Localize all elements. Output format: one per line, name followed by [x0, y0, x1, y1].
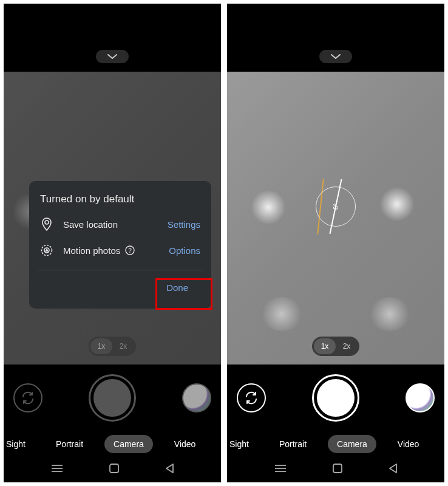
chevron-down-icon — [331, 53, 341, 60]
flip-camera-button[interactable] — [13, 383, 42, 412]
nav-home[interactable] — [109, 464, 119, 476]
zoom-1x[interactable]: 1x — [314, 338, 336, 354]
mode-portrait[interactable]: Portrait — [47, 435, 92, 453]
mode-camera[interactable]: Camera — [104, 435, 153, 453]
android-navbar — [4, 457, 221, 482]
dialog-title: Turned on by default — [40, 193, 200, 205]
dialog-row-location: Save location Settings — [40, 217, 200, 231]
zoom-2x[interactable]: 2x — [112, 338, 134, 354]
zoom-selector: 1x 2x — [312, 337, 359, 356]
shutter-inner — [93, 379, 131, 417]
zoom-selector: 1x 2x — [89, 337, 136, 356]
zoom-1x[interactable]: 1x — [90, 338, 112, 354]
dialog-row-label: Save location — [63, 219, 158, 230]
nav-back[interactable] — [389, 464, 397, 476]
light-glow — [251, 190, 285, 224]
nav-recents[interactable] — [274, 464, 287, 475]
nav-home[interactable] — [333, 464, 342, 476]
dialog-row-label: Motion photos ? — [63, 245, 159, 256]
camera-viewfinder[interactable]: 6° 1x 2x — [227, 72, 444, 364]
svg-rect-11 — [333, 464, 342, 473]
motion-photos-icon — [40, 244, 53, 256]
camera-level-indicator: 6° — [308, 179, 363, 234]
gallery-thumbnail[interactable] — [406, 383, 435, 412]
shutter-button[interactable] — [312, 374, 359, 422]
defaults-dialog: Turned on by default Save location Setti… — [29, 181, 211, 309]
pull-down-handle[interactable] — [96, 50, 129, 63]
mode-video[interactable]: Video — [389, 435, 429, 453]
android-navbar — [227, 457, 444, 482]
light-glow — [380, 187, 414, 221]
flip-camera-button[interactable] — [237, 383, 266, 412]
done-button[interactable]: Done — [154, 276, 200, 299]
pull-down-handle[interactable] — [319, 50, 352, 63]
location-icon — [40, 217, 53, 231]
camera-controls — [227, 364, 444, 431]
camera-mode-selector: Sight Portrait Camera Video Mode — [227, 431, 444, 457]
mode-more[interactable]: Mode — [217, 435, 221, 453]
flip-icon — [21, 391, 35, 405]
mode-camera[interactable]: Camera — [328, 435, 376, 453]
flip-icon — [244, 391, 259, 405]
mode-more[interactable]: Mode — [440, 435, 444, 453]
svg-text:?: ? — [128, 247, 132, 254]
camera-controls — [4, 364, 221, 431]
mode-portrait[interactable]: Portrait — [270, 435, 316, 453]
shutter-button[interactable] — [89, 374, 136, 422]
chevron-down-icon — [107, 53, 117, 60]
mode-video[interactable]: Video — [165, 435, 205, 453]
phone-screenshot-right: 6° 1x 2x Sight Portrait Camera Video Mod… — [227, 4, 444, 482]
light-glow — [368, 297, 411, 331]
dialog-row-motion: Motion photos ? Options — [40, 244, 200, 256]
help-icon[interactable]: ? — [125, 245, 135, 255]
gallery-thumbnail[interactable] — [182, 383, 211, 412]
options-link[interactable]: Options — [169, 245, 200, 256]
mode-sight[interactable]: Sight — [229, 435, 258, 453]
level-degrees: 6° — [332, 203, 339, 210]
nav-back[interactable] — [165, 464, 174, 476]
mode-sight[interactable]: Sight — [6, 435, 35, 453]
nav-recents[interactable] — [51, 464, 63, 475]
svg-rect-7 — [110, 464, 118, 473]
light-glow — [260, 297, 303, 331]
top-bar — [4, 4, 221, 72]
shutter-inner — [317, 379, 355, 417]
top-bar — [227, 4, 444, 72]
phone-screenshot-left: 1x 2x Turned on by default Save location… — [4, 4, 221, 482]
camera-mode-selector: Sight Portrait Camera Video Mode — [4, 431, 221, 457]
settings-link[interactable]: Settings — [168, 219, 200, 230]
zoom-2x[interactable]: 2x — [336, 338, 358, 354]
